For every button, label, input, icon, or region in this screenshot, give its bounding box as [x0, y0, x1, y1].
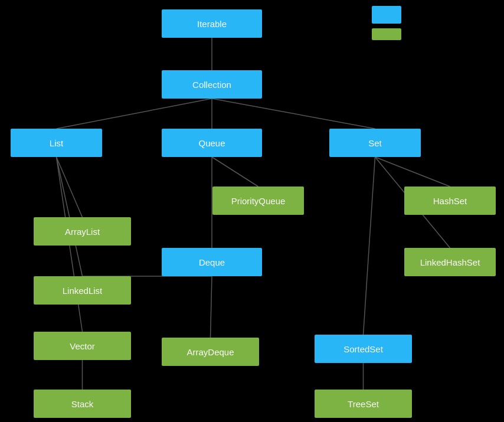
node-arraydeque: ArrayDeque: [162, 338, 259, 366]
node-deque: Deque: [162, 248, 262, 276]
node-linkedlist: LinkedList: [34, 276, 131, 305]
node-hashset: HashSet: [404, 187, 496, 215]
node-iterable: Iterable: [162, 9, 262, 38]
node-arraylist: ArrayList: [34, 217, 131, 246]
node-stack: Stack: [34, 390, 131, 418]
svg-line-12: [375, 157, 450, 187]
node-treeset: TreeSet: [315, 390, 412, 418]
svg-line-8: [212, 157, 258, 187]
svg-line-1: [57, 99, 212, 129]
svg-line-4: [57, 157, 83, 217]
node-blue-small: [372, 6, 401, 24]
svg-line-14: [364, 157, 375, 335]
node-queue: Queue: [162, 129, 262, 157]
node-collection: Collection: [162, 70, 262, 99]
node-sortedset: SortedSet: [315, 335, 412, 363]
svg-line-3: [212, 99, 375, 129]
node-priorityqueue: PriorityQueue: [212, 187, 304, 215]
node-list: List: [11, 129, 102, 157]
node-green-small: [372, 28, 401, 40]
svg-line-11: [211, 276, 212, 338]
svg-line-5: [57, 157, 83, 276]
node-vector: Vector: [34, 332, 131, 360]
node-set: Set: [329, 129, 421, 157]
node-linkedhashset: LinkedHashSet: [404, 248, 496, 276]
